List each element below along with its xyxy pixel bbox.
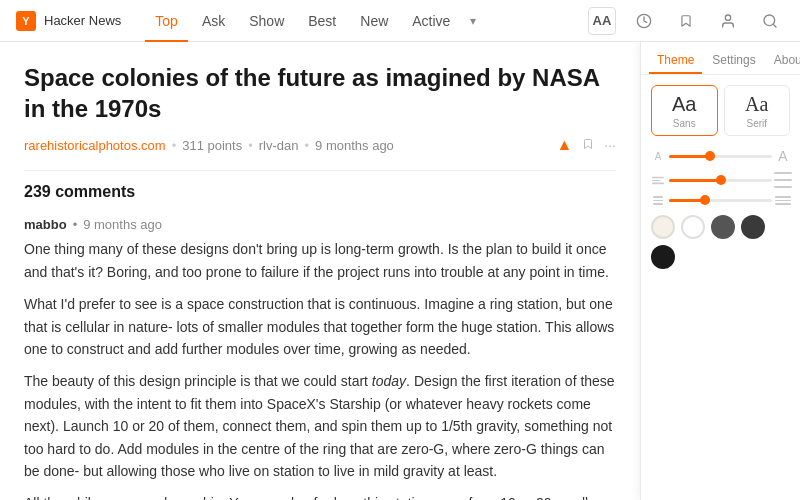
article-meta: rarehistoricalphotos.com • 311 points • … <box>24 136 616 154</box>
nav-item-best[interactable]: Best <box>298 0 346 42</box>
font-size-slider-row: A A <box>651 148 790 164</box>
theme-button[interactable]: AA <box>588 7 616 35</box>
line-spacing-small-icon <box>651 176 665 185</box>
nav-item-ask[interactable]: Ask <box>192 0 235 42</box>
color-swatch-gray[interactable] <box>711 215 735 239</box>
font-size-small-icon: A <box>651 151 665 162</box>
article-points: 311 points <box>182 138 242 153</box>
article-author[interactable]: rlv-dan <box>259 138 299 153</box>
article-actions: ▲ ··· <box>556 136 616 154</box>
line-spacing-slider[interactable] <box>669 179 772 182</box>
logo-area: Y Hacker News <box>16 11 121 31</box>
width-narrow-icon <box>651 196 665 205</box>
color-swatch-dark[interactable] <box>741 215 765 239</box>
svg-line-3 <box>773 24 776 27</box>
logo-text: Hacker News <box>44 13 121 28</box>
hn-logo-icon[interactable]: Y <box>16 11 36 31</box>
nav-item-show[interactable]: Show <box>239 0 294 42</box>
font-size-slider[interactable] <box>669 155 772 158</box>
content-area: Space colonies of the future as imagined… <box>0 42 640 500</box>
line-spacing-large-icon <box>776 172 790 188</box>
search-button[interactable] <box>756 7 784 35</box>
comment-meta: mabbo • 9 months ago <box>24 217 616 232</box>
user-button[interactable] <box>714 7 742 35</box>
upvote-button[interactable]: ▲ <box>556 136 572 154</box>
nav-more-button[interactable]: ▾ <box>464 0 482 42</box>
font-preview-sans: Aa <box>672 92 696 116</box>
bookmarks-button[interactable] <box>672 7 700 35</box>
font-option-sans[interactable]: Aa Sans <box>651 85 718 136</box>
color-swatch-white[interactable] <box>681 215 705 239</box>
article-bookmark-button[interactable] <box>582 137 594 154</box>
font-size-large-icon: A <box>776 148 790 164</box>
article-more-button[interactable]: ··· <box>604 137 616 153</box>
comment-paragraph: All the while, you can dream big. You ca… <box>24 492 616 500</box>
history-button[interactable] <box>630 7 658 35</box>
nav-item-active[interactable]: Active <box>402 0 460 42</box>
width-slider-row <box>651 196 790 205</box>
tab-theme[interactable]: Theme <box>649 48 702 74</box>
comment-time: 9 months ago <box>83 217 162 232</box>
comment-author[interactable]: mabbo <box>24 217 67 232</box>
color-swatch-black[interactable] <box>651 245 675 269</box>
header-actions: AA <box>588 7 784 35</box>
comment-paragraph: What I'd prefer to see is a space constr… <box>24 293 616 360</box>
svg-point-1 <box>725 15 730 20</box>
nav-item-new[interactable]: New <box>350 0 398 42</box>
main-container: Space colonies of the future as imagined… <box>0 42 800 500</box>
comments-count: 239 comments <box>24 183 616 201</box>
comment-body: One thing many of these designs don't br… <box>24 238 616 500</box>
comment-item: mabbo • 9 months ago One thing many of t… <box>24 217 616 500</box>
nav-item-top[interactable]: Top <box>145 0 188 42</box>
header: Y Hacker News Top Ask Show Best New Acti… <box>0 0 800 42</box>
width-wide-icon <box>776 196 790 205</box>
tab-settings[interactable]: Settings <box>704 48 763 74</box>
comment-paragraph: The beauty of this design principle is t… <box>24 370 616 482</box>
settings-body: Aa Sans Aa Serif A A <box>641 75 800 279</box>
divider <box>24 170 616 171</box>
settings-tabs: Theme Settings About <box>641 42 800 75</box>
main-nav: Top Ask Show Best New Active ▾ <box>145 0 588 42</box>
article-time: 9 months ago <box>315 138 394 153</box>
line-spacing-slider-row <box>651 172 790 188</box>
font-option-serif[interactable]: Aa Serif <box>724 85 791 136</box>
color-swatches <box>651 215 790 269</box>
article-source[interactable]: rarehistoricalphotos.com <box>24 138 166 153</box>
width-slider[interactable] <box>669 199 772 202</box>
font-preview-serif: Aa <box>745 92 768 116</box>
tab-about[interactable]: About <box>766 48 800 74</box>
comment-paragraph: One thing many of these designs don't br… <box>24 238 616 283</box>
article-title: Space colonies of the future as imagined… <box>24 62 616 124</box>
settings-panel: Theme Settings About Aa Sans Aa Serif <box>640 42 800 500</box>
font-options: Aa Sans Aa Serif <box>651 85 790 136</box>
color-swatch-sepia[interactable] <box>651 215 675 239</box>
